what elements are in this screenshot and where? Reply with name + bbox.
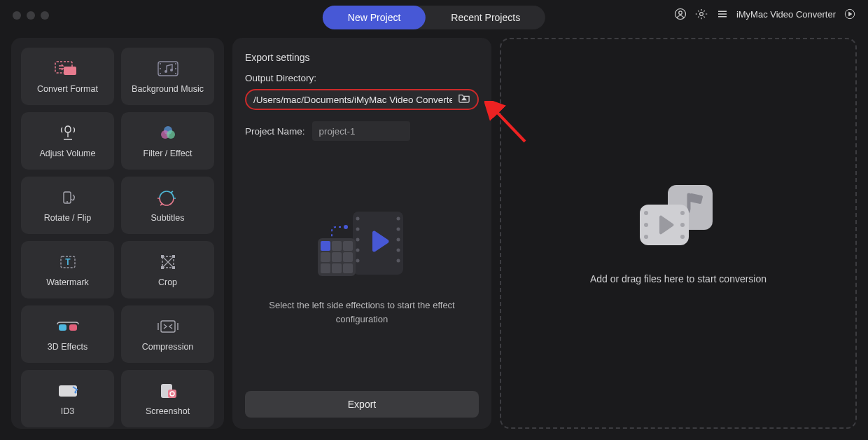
svg-rect-6 [158, 62, 178, 76]
svg-point-62 [680, 211, 685, 215]
tab-label: New Project [348, 12, 400, 23]
svg-rect-55 [332, 263, 342, 273]
svg-rect-28 [69, 324, 77, 331]
drop-zone[interactable]: Add or drag files here to start conversi… [500, 38, 857, 429]
app-name-label: iMyMac Video Converter [736, 9, 836, 20]
output-directory-row[interactable]: /Users/mac/Documents/iMyMac Video Conver… [245, 89, 479, 110]
svg-point-2 [700, 13, 704, 16]
close-dot-icon[interactable] [13, 11, 21, 20]
svg-rect-56 [343, 263, 353, 273]
svg-point-64 [680, 235, 685, 239]
project-name-row: Project Name: [245, 121, 479, 141]
tool-label: Adjust Volume [40, 149, 96, 158]
svg-point-9 [160, 63, 161, 64]
svg-rect-48 [321, 241, 330, 251]
svg-point-41 [397, 217, 400, 221]
tool-crop[interactable]: Crop [121, 241, 214, 298]
crop-icon [158, 252, 178, 272]
export-panel: Export settings Output Directory: /Users… [232, 38, 491, 429]
account-icon[interactable] [673, 7, 687, 21]
tool-label: Compression [142, 342, 194, 352]
filter-effect-icon [158, 123, 178, 143]
export-title: Export settings [245, 52, 479, 63]
tool-subtitles[interactable]: Subtitles [121, 177, 214, 234]
tool-label: Crop [158, 277, 177, 287]
svg-rect-25 [161, 266, 164, 269]
tool-compression[interactable]: Compression [121, 305, 214, 363]
tool-grid: Convert Format Background Music Adjust V… [21, 48, 214, 427]
tab-recent-projects[interactable]: Recent Projects [426, 6, 545, 29]
output-directory-label: Output Directory: [245, 73, 479, 83]
svg-point-43 [397, 238, 400, 242]
svg-rect-23 [161, 255, 164, 258]
export-button[interactable]: Export [245, 391, 479, 418]
background-music-icon [155, 59, 181, 78]
project-name-input[interactable] [312, 121, 410, 141]
svg-point-60 [644, 223, 648, 227]
tool-convert-format[interactable]: Convert Format [21, 48, 114, 105]
svg-point-8 [170, 69, 173, 71]
svg-point-40 [356, 259, 360, 263]
svg-rect-27 [59, 324, 66, 331]
svg-point-38 [356, 238, 360, 242]
svg-point-13 [175, 68, 176, 69]
tool-rotate-flip[interactable]: Rotate / Flip [21, 177, 114, 234]
tool-filter-effect[interactable]: Filter / Effect [121, 112, 214, 170]
drop-zone-icon [633, 182, 724, 252]
menu-icon[interactable] [715, 7, 729, 21]
svg-rect-54 [321, 263, 330, 273]
watermark-icon: T [57, 252, 79, 272]
svg-rect-5 [64, 67, 76, 75]
svg-rect-26 [172, 266, 175, 269]
tool-background-music[interactable]: Background Music [121, 48, 214, 105]
tool-id3[interactable]: ID3 [21, 370, 114, 427]
minimize-dot-icon[interactable] [27, 11, 35, 20]
effect-placeholder-icon [309, 206, 414, 283]
tool-label: Convert Format [37, 84, 98, 94]
tool-panel: Convert Format Background Music Adjust V… [11, 38, 224, 429]
svg-point-39 [356, 249, 360, 252]
tool-screenshot[interactable]: Screenshot [121, 370, 214, 427]
svg-point-44 [397, 249, 400, 252]
svg-rect-29 [161, 321, 175, 332]
glasses-3d-icon [55, 317, 80, 336]
svg-point-12 [175, 63, 176, 64]
screenshot-icon [158, 381, 178, 401]
tool-watermark[interactable]: T Watermark [21, 241, 114, 298]
svg-point-1 [679, 11, 682, 15]
svg-point-19 [66, 201, 68, 202]
project-tab-group: New Project Recent Projects [323, 6, 545, 29]
play-badge-icon[interactable] [843, 7, 857, 21]
svg-point-31 [74, 392, 76, 394]
tool-label: 3D Effects [48, 342, 88, 352]
svg-rect-33 [168, 390, 176, 398]
titlebar: New Project Recent Projects iMyMac Video… [0, 0, 868, 31]
tool-label: ID3 [61, 406, 74, 416]
maximize-dot-icon[interactable] [41, 11, 49, 20]
tool-3d-effects[interactable]: 3D Effects [21, 305, 114, 363]
svg-point-46 [344, 225, 348, 229]
folder-browse-icon[interactable] [458, 92, 470, 106]
svg-point-10 [160, 68, 161, 69]
svg-point-45 [397, 259, 400, 263]
tool-label: Watermark [46, 277, 89, 287]
gear-icon[interactable] [694, 7, 708, 21]
export-button-label: Export [348, 399, 376, 410]
rotate-flip-icon [57, 188, 78, 207]
id3-icon [56, 381, 80, 401]
output-directory-value: /Users/mac/Documents/iMyMac Video Conver… [253, 95, 452, 105]
svg-point-7 [164, 70, 167, 73]
window-controls[interactable] [13, 11, 49, 20]
svg-rect-53 [343, 252, 353, 262]
tool-adjust-volume[interactable]: Adjust Volume [21, 112, 114, 170]
tool-label: Background Music [132, 84, 204, 94]
export-preview-area: Select the left side effections to start… [245, 141, 479, 391]
tool-label: Rotate / Flip [44, 213, 91, 223]
svg-rect-51 [321, 252, 330, 262]
svg-point-61 [644, 235, 648, 239]
tab-new-project[interactable]: New Project [323, 6, 426, 29]
tool-label: Subtitles [151, 213, 185, 223]
tool-label: Screenshot [146, 406, 190, 416]
svg-point-59 [644, 211, 648, 215]
svg-point-37 [356, 228, 360, 231]
